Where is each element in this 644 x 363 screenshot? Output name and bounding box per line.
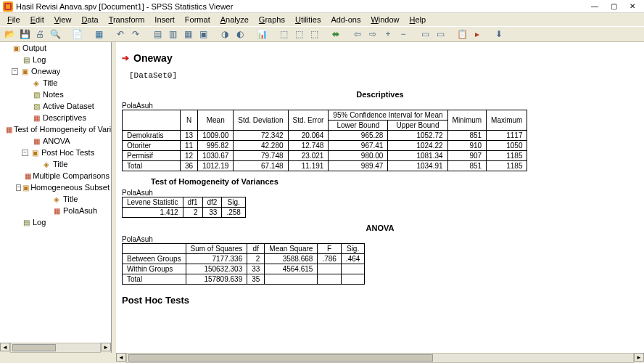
tree-label: Notes: [43, 90, 64, 99]
select-icon[interactable]: ▣: [197, 28, 210, 41]
tree-title[interactable]: ◈ Title: [1, 158, 110, 170]
tree-log[interactable]: ▤ Log: [1, 54, 110, 65]
tree-label: Active Dataset: [43, 102, 94, 110]
output-icon: ▣: [11, 44, 21, 52]
menu-format[interactable]: Format: [181, 15, 215, 25]
menu-view[interactable]: View: [50, 15, 76, 25]
save-icon[interactable]: 💾: [18, 28, 31, 41]
redo-icon[interactable]: ↷: [129, 28, 142, 41]
demote-icon[interactable]: ⬚: [292, 28, 305, 41]
scroll-right-button[interactable]: ►: [634, 353, 644, 362]
tree-notes[interactable]: ▧ Notes: [1, 89, 110, 100]
title-icon: ◈: [31, 78, 41, 87]
collapse-icon[interactable]: −: [22, 150, 28, 156]
print-icon[interactable]: 🖨: [33, 28, 46, 41]
tree-homogeneity[interactable]: ▦ Test of Homogeneity of Vari: [1, 123, 110, 135]
scroll-left-button[interactable]: ◄: [0, 343, 10, 351]
menu-addons[interactable]: Add-ons: [326, 15, 365, 25]
table-row: Permisif121030.6779.74823.021980.001081.…: [123, 151, 527, 161]
cell: 1081.34: [388, 151, 447, 161]
tree-posthoc[interactable]: −▣ Post Hoc Tests: [1, 147, 110, 158]
tree-active-dataset[interactable]: ▧ Active Dataset: [1, 100, 110, 112]
table-row: Between Groups7177.33623588.668.786.464: [123, 254, 365, 264]
row-label: Permisif: [123, 151, 181, 161]
variables-icon[interactable]: ▦: [181, 28, 194, 41]
menu-insert[interactable]: Insert: [150, 15, 179, 25]
menu-graphs[interactable]: Graphs: [255, 15, 289, 25]
undo-icon[interactable]: ↶: [114, 28, 127, 41]
col-ss: Sum of Squares: [186, 244, 247, 254]
maximize-button[interactable]: ▢: [605, 1, 622, 12]
tree-label: Log: [33, 218, 46, 227]
designate-icon[interactable]: ▭: [434, 28, 447, 41]
prev-icon[interactable]: ⇦: [351, 28, 364, 41]
menu-window[interactable]: Window: [366, 15, 403, 25]
scrollbar-track[interactable]: [10, 343, 101, 353]
goto-case-icon[interactable]: ▥: [166, 28, 179, 41]
designate-window-icon[interactable]: ▭: [418, 28, 432, 41]
tree-homogeneous-subsets[interactable]: −▣ Homogeneous Subset: [1, 182, 110, 193]
cell: 1.412: [123, 208, 183, 218]
tree-anova[interactable]: ▦ ANOVA: [1, 135, 110, 147]
table-row: Demokratis131009.0072.34220.064965.28105…: [123, 131, 527, 141]
cell: 1185: [487, 151, 527, 161]
cell: 2: [247, 254, 265, 264]
cell: 7177.336: [186, 254, 247, 264]
menu-data[interactable]: Data: [77, 15, 102, 25]
insert-heading-icon[interactable]: ◑: [218, 28, 231, 41]
cell: 1009.00: [198, 131, 234, 141]
print-preview-icon[interactable]: 🔍: [49, 28, 62, 41]
tree-title[interactable]: ◈ Title: [1, 193, 110, 205]
collapse-icon[interactable]: −: [16, 184, 21, 191]
scrollbar-track[interactable]: [126, 353, 634, 363]
scroll-left-button[interactable]: ◄: [116, 353, 126, 362]
scrollbar-thumb[interactable]: [128, 354, 433, 362]
row-label: Total: [123, 161, 181, 171]
cell: 42.280: [234, 141, 288, 151]
tree-multiple-comparisons[interactable]: ▦ Multiple Comparisons: [1, 170, 110, 182]
tree-log[interactable]: ▤ Log: [1, 216, 110, 228]
tree-label: Descriptives: [43, 113, 86, 122]
script-icon[interactable]: 📋: [455, 28, 468, 41]
tree-oneway[interactable]: −▣ Oneway: [1, 65, 110, 77]
tree-title[interactable]: ◈ Title: [1, 77, 110, 89]
close-button[interactable]: ✕: [624, 1, 641, 12]
horizontal-scrollbar: ◄ ►: [0, 353, 644, 363]
show-icon[interactable]: ⬚: [307, 28, 321, 41]
tree-root-output[interactable]: ▣ Output: [1, 42, 110, 54]
promote-icon[interactable]: ⬚: [277, 28, 290, 41]
collapse-icon[interactable]: −: [12, 68, 18, 75]
open-icon[interactable]: 📂: [3, 28, 16, 41]
section-heading: ➔ Oneway: [122, 52, 638, 64]
tree-polaasuh[interactable]: ▦ PolaAsuh: [1, 205, 110, 216]
cell: 36: [181, 161, 198, 171]
scroll-right-button[interactable]: ►: [101, 343, 111, 351]
insert-title-icon[interactable]: ◐: [234, 28, 247, 41]
collapse-icon[interactable]: ⬌: [329, 28, 342, 41]
menu-transform[interactable]: Transform: [104, 15, 149, 25]
next-icon[interactable]: ⇨: [366, 28, 379, 41]
scrollbar-thumb[interactable]: [12, 344, 56, 351]
goto-data-icon[interactable]: ▤: [151, 28, 164, 41]
table-icon: ▦: [25, 171, 31, 180]
col-levene: Levene Statistic: [123, 197, 183, 208]
tree-descriptives[interactable]: ▦ Descriptives: [1, 112, 110, 123]
menu-edit[interactable]: Edit: [26, 15, 49, 25]
export-icon[interactable]: 📄: [70, 28, 83, 41]
dialog-recall-icon[interactable]: ▦: [92, 28, 105, 41]
down-icon[interactable]: −: [397, 28, 410, 41]
menu-utilities[interactable]: Utilities: [291, 15, 325, 25]
cell: 150632.303: [186, 264, 247, 274]
cell: 1185: [487, 161, 527, 171]
up-icon[interactable]: +: [381, 28, 395, 41]
chart-icon[interactable]: 📊: [255, 28, 268, 41]
menu-file[interactable]: File: [3, 15, 25, 25]
menu-analyze[interactable]: Analyze: [216, 15, 253, 25]
minimize-button[interactable]: —: [586, 1, 603, 12]
last-icon[interactable]: ⬇: [492, 28, 505, 41]
tree-label: Oneway: [31, 67, 60, 76]
app-icon: [3, 1, 13, 12]
run-icon[interactable]: ▸: [471, 28, 484, 41]
row-label: Between Groups: [123, 254, 186, 264]
menu-help[interactable]: Help: [405, 15, 431, 25]
